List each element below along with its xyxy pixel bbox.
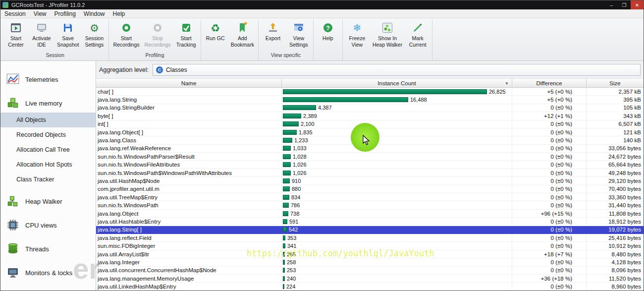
cell-size: 25,416 bytes bbox=[587, 234, 644, 241]
cell-instance-count: 834 bbox=[282, 193, 512, 201]
start-tracking-button[interactable]: Start Tracking bbox=[173, 19, 199, 51]
cell-class-name: sun.nio.fs.WindowsPathParser$Result bbox=[96, 153, 282, 160]
maximize-button[interactable]: ❐ bbox=[618, 0, 631, 9]
sidebar-item-label: Monitors & locks bbox=[25, 269, 72, 277]
stop-recordings-icon bbox=[150, 21, 165, 35]
cell-class-name: sun.nio.fs.WindowsPath bbox=[96, 201, 282, 209]
window-title: GCRootsTest - JProfiler 11.0.2 bbox=[11, 2, 605, 8]
cell-class-name: java.util.Hashtable$Entry bbox=[96, 218, 282, 225]
table-row-sun-nio-fs-windowsfileattributes[interactable]: sun.nio.fs.WindowsFileAttributes1,0260 (… bbox=[96, 161, 644, 169]
activate-ide-button[interactable]: Activate IDE bbox=[29, 19, 54, 51]
instance-count-bar bbox=[283, 276, 285, 281]
help-button[interactable]: ?Help bbox=[315, 19, 341, 51]
cell-size: 65,664 bytes bbox=[587, 161, 644, 169]
export-button[interactable]: Export bbox=[260, 19, 286, 51]
table-row-sun-nio-fs-windowspath[interactable]: sun.nio.fs.WindowsPath7860 (±0 %)31,440 … bbox=[96, 201, 644, 209]
instance-count-value: 786 bbox=[291, 202, 300, 208]
close-button[interactable]: ✕ bbox=[631, 0, 644, 9]
instance-count-bar bbox=[283, 195, 289, 200]
sidebar-item-heap-walker[interactable]: Heap Walker bbox=[0, 192, 96, 211]
menu-window[interactable]: Window bbox=[80, 9, 109, 18]
cell-instance-count: 16,488 bbox=[282, 96, 512, 103]
toolbar-button-label: Mark Current bbox=[409, 35, 427, 48]
aggregation-level-label: Aggregation level: bbox=[99, 66, 149, 73]
cell-instance-count: 240 bbox=[282, 275, 512, 282]
instance-count-bar bbox=[283, 243, 285, 248]
view-settings-button[interactable]: View Settings bbox=[286, 19, 312, 51]
start-recordings-button[interactable]: Start Recordings bbox=[110, 19, 142, 51]
table-row-com-jprofiler-agent-util-m[interactable]: com.jprofiler.agent.util.m8800 (±0 %)70,… bbox=[96, 185, 644, 193]
instance-count-value: 1,028 bbox=[293, 154, 307, 160]
sidebar-item-live-memory[interactable]: Live memory bbox=[0, 94, 96, 113]
toolbar-group-label bbox=[344, 51, 430, 60]
column-header-instance-count[interactable]: Instance Count▼ bbox=[282, 79, 512, 87]
table-row-sun-nio-fs-windowspath-windowspathwithattributes[interactable]: sun.nio.fs.WindowsPath$WindowsPathWithAt… bbox=[96, 169, 644, 177]
aggregation-level-row: Aggregation level: C Classes bbox=[96, 61, 644, 79]
table-row-java-lang-string[interactable]: java.lang.String16,488+5 (+0 %)395 kB bbox=[96, 96, 644, 104]
toolbar: Start CenterActivate IDESave Snapshot⚙Se… bbox=[0, 18, 644, 61]
table-row-java-lang-integer[interactable]: java.lang.Integer2580 (±0 %)4,128 bytes bbox=[96, 258, 644, 266]
start-center-button[interactable]: Start Center bbox=[3, 19, 29, 51]
save-snapshot-button[interactable]: Save Snapshot bbox=[54, 19, 81, 51]
threads-icon bbox=[6, 242, 19, 255]
table-row-java-util-hashmap-node[interactable]: java.util.HashMap$Node9100 (±0 %)29,120 … bbox=[96, 177, 644, 185]
menu-session[interactable]: Session bbox=[0, 9, 30, 18]
table-row-java-lang-management-memoryusage[interactable]: java.lang.management.MemoryUsage240+36 (… bbox=[96, 275, 644, 283]
cell-class-name: java.util.concurrent.ConcurrentHashMap$N… bbox=[96, 267, 282, 274]
cell-size: 33,360 bytes bbox=[587, 193, 644, 201]
sidebar-item-cpu-views[interactable]: CPU views bbox=[0, 216, 96, 234]
column-header-difference[interactable]: Difference bbox=[512, 79, 587, 87]
view-settings-icon bbox=[291, 21, 306, 35]
cell-class-name: java.util.LinkedHashMap$Entry bbox=[96, 283, 282, 290]
instance-count-value: 258 bbox=[287, 259, 296, 265]
toolbar-group-label bbox=[315, 51, 341, 60]
table-row-sun-nio-fs-windowspathparser-result[interactable]: sun.nio.fs.WindowsPathParser$Result1,028… bbox=[96, 153, 644, 161]
freeze-view-button[interactable]: ❄Freeze View bbox=[344, 19, 370, 51]
column-header-name[interactable]: Name bbox=[96, 79, 282, 87]
aggregation-level-combobox[interactable]: C Classes bbox=[153, 64, 641, 76]
svg-text:?: ? bbox=[326, 24, 330, 32]
live-memory-icon bbox=[6, 97, 19, 110]
table-row-java-lang-reflect-field[interactable]: java.lang.reflect.Field3530 (±0 %)25,416… bbox=[96, 234, 644, 242]
instance-count-bar bbox=[283, 114, 301, 118]
minimize-button[interactable]: – bbox=[605, 0, 618, 9]
menu-help[interactable]: Help bbox=[109, 9, 129, 18]
session-settings-button[interactable]: ⚙Session Settings bbox=[81, 19, 107, 51]
column-header-size[interactable]: Size bbox=[587, 79, 644, 87]
show-heap-walker-button[interactable]: Show In Heap Walker bbox=[370, 19, 405, 51]
sidebar-item-all-objects[interactable]: All Objects bbox=[0, 113, 96, 127]
table-row-java-util-linkedhashmap-entry[interactable]: java.util.LinkedHashMap$Entry2240 (±0 %)… bbox=[96, 283, 644, 291]
mark-current-button[interactable]: Mark Current bbox=[405, 19, 430, 51]
sidebar-item-allocation-call-tree[interactable]: Allocation Call Tree bbox=[0, 142, 96, 157]
sidebar-item-allocation-hot-spots[interactable]: Allocation Hot Spots bbox=[0, 157, 96, 172]
run-gc-button[interactable]: ♻Run GC bbox=[203, 19, 228, 51]
table-row-char[interactable]: char[ ]26,825+5 (+0 %)2,357 kB bbox=[96, 88, 644, 96]
toolbar-group-label bbox=[203, 51, 257, 60]
sidebar-item-class-tracker[interactable]: Class Tracker bbox=[0, 172, 96, 187]
cell-size: 19,072 bytes bbox=[587, 226, 644, 233]
stop-recordings-button[interactable]: Stop Recordings bbox=[142, 19, 173, 51]
table-row-java-lang-stringbuilder[interactable]: java.lang.StringBuilder4,3870 (±0 %)105 … bbox=[96, 104, 644, 112]
sidebar-item-label: Telemetries bbox=[25, 76, 58, 83]
table-row-java-lang-object[interactable]: java.lang.Object738+96 (+15 %)11,808 byt… bbox=[96, 210, 644, 218]
sidebar-item-recorded-objects[interactable]: Recorded Objects bbox=[0, 127, 96, 142]
sidebar-item-telemetries[interactable]: Telemetries bbox=[0, 70, 96, 89]
add-bookmark-button[interactable]: Add Bookmark bbox=[228, 19, 257, 51]
app-icon bbox=[2, 2, 8, 8]
mouse-cursor-icon bbox=[363, 135, 372, 147]
jprofiler-window: GCRootsTest - JProfiler 11.0.2 – ❐ ✕ Ses… bbox=[0, 0, 644, 291]
sidebar-item-label: Recorded Objects bbox=[16, 131, 66, 138]
table-row-byte[interactable]: byte[ ]2,389+12 (+1 %)343 kB bbox=[96, 112, 644, 120]
column-header-label: Difference bbox=[536, 80, 562, 86]
table-row-java-lang-string[interactable]: java.lang.String[ ]5420 (±0 %)19,072 byt… bbox=[96, 226, 644, 234]
cell-class-name: java.util.TreeMap$Entry bbox=[96, 193, 282, 201]
cell-size: 8,480 bytes bbox=[587, 250, 644, 258]
table-row-java-util-concurrent-concurrenthashmap-node[interactable]: java.util.concurrent.ConcurrentHashMap$N… bbox=[96, 267, 644, 275]
table-row-java-util-treemap-entry[interactable]: java.util.TreeMap$Entry8340 (±0 %)33,360… bbox=[96, 193, 644, 201]
sidebar-item-label: CPU views bbox=[25, 222, 57, 229]
table-row-java-util-hashtable-entry[interactable]: java.util.Hashtable$Entry5910 (±0 %)18,9… bbox=[96, 218, 644, 226]
menu-profiling[interactable]: Profiling bbox=[51, 9, 80, 18]
classes-icon: C bbox=[156, 66, 163, 73]
menu-view[interactable]: View bbox=[30, 9, 51, 18]
instance-count-value: 1,835 bbox=[299, 129, 313, 135]
